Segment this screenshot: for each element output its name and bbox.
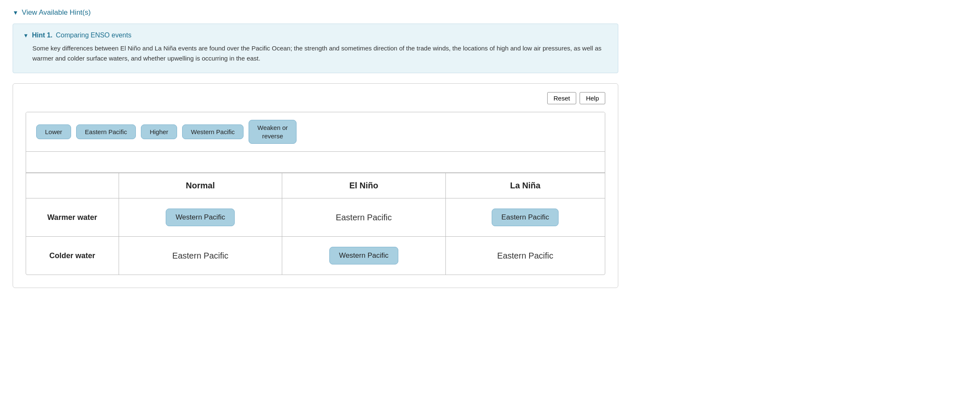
- text-eastern-pacific-normal-colder: Eastern Pacific: [172, 251, 228, 260]
- cell-elnino-colder[interactable]: Western Pacific: [282, 237, 446, 275]
- text-eastern-pacific-elnino: Eastern Pacific: [336, 213, 392, 222]
- cell-elnino-warmer: Eastern Pacific: [282, 198, 446, 237]
- cell-lanina-colder: Eastern Pacific: [445, 237, 605, 275]
- token-eastern-pacific[interactable]: Eastern Pacific: [76, 124, 136, 139]
- data-table: Normal El Niño La Niña Warmer water West…: [26, 173, 605, 275]
- cell-normal-colder: Eastern Pacific: [119, 237, 282, 275]
- tokens-row: Lower Eastern Pacific Higher Western Pac…: [26, 112, 605, 152]
- placed-token-western-pacific-elnino[interactable]: Western Pacific: [329, 247, 398, 264]
- spacer-row: [26, 152, 605, 173]
- col-header-empty: [26, 173, 119, 198]
- table-row: Colder water Eastern Pacific Western Pac…: [26, 237, 605, 275]
- cell-normal-warmer[interactable]: Western Pacific: [119, 198, 282, 237]
- hint1-label-bold: Hint 1.: [32, 32, 53, 39]
- token-lower[interactable]: Lower: [36, 124, 71, 139]
- main-card: Reset Help Lower Eastern Pacific Higher …: [13, 83, 618, 288]
- reset-button[interactable]: Reset: [547, 92, 576, 104]
- table-row: Warmer water Western Pacific Eastern Pac…: [26, 198, 605, 237]
- row-label-warmer-water: Warmer water: [26, 198, 119, 237]
- token-higher[interactable]: Higher: [141, 124, 177, 139]
- token-western-pacific[interactable]: Western Pacific: [182, 124, 244, 139]
- hints-arrow-icon: ▼: [13, 9, 19, 16]
- cell-lanina-warmer[interactable]: Eastern Pacific: [445, 198, 605, 237]
- hint-box: ▼ Hint 1. Comparing ENSO events Some key…: [13, 24, 618, 73]
- hint1-body: Some key differences between El Niño and…: [32, 43, 608, 63]
- col-header-el-nino: El Niño: [282, 173, 446, 198]
- toolbar: Reset Help: [26, 92, 605, 104]
- hint1-label-title: Comparing ENSO events: [56, 32, 132, 39]
- placed-token-western-pacific-normal[interactable]: Western Pacific: [166, 209, 235, 226]
- col-header-la-nina: La Niña: [445, 173, 605, 198]
- placed-token-eastern-pacific-lanina[interactable]: Eastern Pacific: [492, 209, 559, 226]
- table-header-row: Normal El Niño La Niña: [26, 173, 605, 198]
- token-weaken-reverse[interactable]: Weaken orreverse: [249, 120, 297, 144]
- hint1-arrow-icon: ▼: [23, 32, 29, 39]
- table-outer: Lower Eastern Pacific Higher Western Pac…: [26, 112, 605, 275]
- row-label-colder-water: Colder water: [26, 237, 119, 275]
- page-wrapper: ▼ View Available Hint(s) ▼ Hint 1. Compa…: [0, 0, 631, 296]
- hint-header: ▼ Hint 1. Comparing ENSO events: [23, 32, 608, 39]
- hints-toggle-label: View Available Hint(s): [22, 8, 91, 17]
- help-button[interactable]: Help: [580, 92, 605, 104]
- text-eastern-pacific-lanina-colder: Eastern Pacific: [497, 251, 553, 260]
- view-hints-toggle[interactable]: ▼ View Available Hint(s): [13, 8, 618, 17]
- col-header-normal: Normal: [119, 173, 282, 198]
